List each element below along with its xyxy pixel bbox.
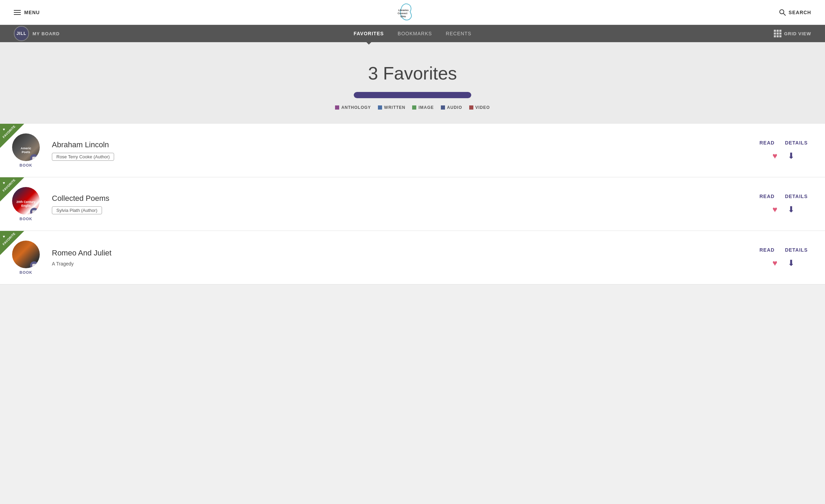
details-button[interactable]: DETAILS <box>785 194 808 199</box>
svg-text:Ohio: Ohio <box>400 15 406 18</box>
legend-audio: AUDIO <box>441 105 462 110</box>
book-type-label: BOOK <box>10 163 41 167</box>
book-actions: READ DETAILS ♥ ⬇ <box>759 194 808 214</box>
book-info: Abraham Lincoln Rose Terry Cooke (Author… <box>52 140 752 161</box>
hero-section: 3 Favorites ANTHOLOGY WRITTEN IMAGE AUDI… <box>0 42 825 124</box>
video-dot <box>469 105 473 110</box>
svg-point-3 <box>780 10 784 14</box>
table-row: ♥ FAVORITE 20th CenturyEnglis 📖 BOOK Col… <box>0 177 825 231</box>
heart-badge-icon: ♥ <box>3 127 5 131</box>
download-button[interactable]: ⬇ <box>788 151 795 161</box>
read-button[interactable]: READ <box>759 194 775 199</box>
cover-overlay-text: 20th CenturyEnglis <box>12 200 40 208</box>
book-cover-wrap: 20th CenturyEnglis 📖 BOOK <box>10 187 41 221</box>
favorite-button[interactable]: ♥ <box>772 205 777 214</box>
book-action-row-top: READ DETAILS <box>759 140 808 146</box>
book-author-badge: Sylvia Plath (Author) <box>52 206 102 214</box>
book-action-row-bottom: ♥ ⬇ <box>772 151 795 161</box>
book-info: Collected Poems Sylvia Plath (Author) <box>52 194 752 214</box>
image-dot <box>412 105 416 110</box>
book-cover: AmericPoets 📖 <box>12 133 40 161</box>
table-row: ♥ FAVORITE 📖 BOOK Romeo And Juliet A Tra… <box>0 231 825 284</box>
book-title: Romeo And Juliet <box>52 249 752 258</box>
book-cover: 📖 <box>12 241 40 268</box>
svg-text:Libraries: Libraries <box>398 9 409 11</box>
grid-icon <box>774 30 781 37</box>
tab-favorites[interactable]: FAVORITES <box>354 25 384 42</box>
logo-area: Libraries Connect Ohio <box>396 2 423 23</box>
details-button[interactable]: DETAILS <box>785 247 808 253</box>
favorite-button[interactable]: ♥ <box>772 151 777 161</box>
book-title: Abraham Lincoln <box>52 140 752 149</box>
hamburger-icon <box>14 10 21 15</box>
svg-text:Connect: Connect <box>398 12 408 15</box>
nav-tabs: FAVORITES BOOKMARKS RECENTS <box>354 25 471 42</box>
book-cover-wrap: 📖 BOOK <box>10 241 41 274</box>
grid-view-label: GRID VIEW <box>784 31 811 36</box>
book-action-row-bottom: ♥ ⬇ <box>772 258 795 268</box>
book-actions: READ DETAILS ♥ ⬇ <box>759 140 808 161</box>
heart-badge-icon: ♥ <box>3 181 5 185</box>
book-icon-overlay: 📖 <box>30 208 38 215</box>
written-dot <box>378 105 382 110</box>
details-button[interactable]: DETAILS <box>785 140 808 146</box>
book-title: Collected Poems <box>52 194 752 203</box>
search-label: SEARCH <box>789 10 811 15</box>
menu-button[interactable]: MENU <box>14 10 40 15</box>
book-info: Romeo And Juliet A Tragedy <box>52 249 752 267</box>
svg-line-4 <box>784 13 786 16</box>
legend-video: VIDEO <box>469 105 490 110</box>
tab-recents[interactable]: RECENTS <box>446 25 471 42</box>
sub-nav: JILL MY BOARD FAVORITES BOOKMARKS RECENT… <box>0 25 825 42</box>
book-subtitle: A Tragedy <box>52 261 752 267</box>
image-label: IMAGE <box>418 105 434 110</box>
book-type-label: BOOK <box>10 217 41 221</box>
progress-bar-container <box>354 92 471 98</box>
download-button[interactable]: ⬇ <box>788 205 795 214</box>
cover-overlay-text: AmericPoets <box>12 147 40 154</box>
book-author-badge: Rose Terry Cooke (Author) <box>52 153 114 161</box>
my-board-label: MY BOARD <box>33 31 60 36</box>
book-action-row-top: READ DETAILS <box>759 247 808 253</box>
search-button[interactable]: SEARCH <box>779 9 811 16</box>
logo-icon: Libraries Connect Ohio <box>396 2 423 23</box>
avatar: JILL <box>14 26 29 41</box>
download-button[interactable]: ⬇ <box>788 258 795 268</box>
heart-badge-icon: ♥ <box>3 234 5 239</box>
menu-label: MENU <box>24 10 40 15</box>
video-label: VIDEO <box>475 105 490 110</box>
book-action-row-bottom: ♥ ⬇ <box>772 205 795 214</box>
book-action-row-top: READ DETAILS <box>759 194 808 199</box>
written-label: WRITTEN <box>384 105 406 110</box>
my-board[interactable]: JILL MY BOARD <box>14 26 60 41</box>
read-button[interactable]: READ <box>759 140 775 146</box>
search-icon <box>779 9 786 16</box>
progress-bar-fill <box>354 92 471 98</box>
read-button[interactable]: READ <box>759 247 775 253</box>
audio-label: AUDIO <box>447 105 462 110</box>
grid-view-button[interactable]: GRID VIEW <box>774 30 811 37</box>
legend-anthology: ANTHOLOGY <box>335 105 371 110</box>
book-actions: READ DETAILS ♥ ⬇ <box>759 247 808 268</box>
anthology-dot <box>335 105 339 110</box>
book-icon-overlay: 📖 <box>30 261 38 268</box>
book-list: ♥ FAVORITE AmericPoets 📖 BOOK Abraham Li… <box>0 124 825 284</box>
anthology-label: ANTHOLOGY <box>341 105 371 110</box>
book-type-label: BOOK <box>10 270 41 274</box>
tab-bookmarks[interactable]: BOOKMARKS <box>398 25 432 42</box>
legend-image: IMAGE <box>412 105 434 110</box>
book-cover: 20th CenturyEnglis 📖 <box>12 187 40 215</box>
book-cover-wrap: AmericPoets 📖 BOOK <box>10 133 41 167</box>
audio-dot <box>441 105 445 110</box>
legend: ANTHOLOGY WRITTEN IMAGE AUDIO VIDEO <box>7 105 818 110</box>
top-header: MENU Libraries Connect Ohio SEARCH <box>0 0 825 25</box>
table-row: ♥ FAVORITE AmericPoets 📖 BOOK Abraham Li… <box>0 124 825 177</box>
favorites-title: 3 Favorites <box>7 63 818 84</box>
favorite-button[interactable]: ♥ <box>772 258 777 268</box>
book-icon-overlay: 📖 <box>30 154 38 161</box>
legend-written: WRITTEN <box>378 105 406 110</box>
